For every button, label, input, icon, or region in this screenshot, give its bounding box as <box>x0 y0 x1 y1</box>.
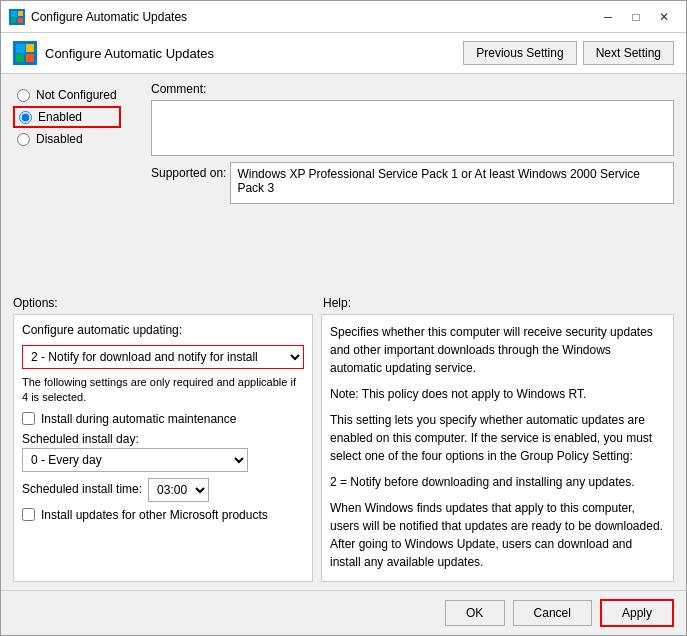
supported-value: Windows XP Professional Service Pack 1 o… <box>237 167 640 195</box>
dialog-icon <box>13 41 37 65</box>
close-button[interactable]: ✕ <box>650 3 678 31</box>
title-bar-controls: ─ □ ✕ <box>594 3 678 31</box>
radio-section: Not Configured Enabled Disabled <box>13 86 121 148</box>
supported-section: Supported on: Windows XP Professional Se… <box>151 162 674 204</box>
comment-textarea[interactable] <box>151 100 674 156</box>
right-panel: Specifies whether this computer will rec… <box>321 314 674 582</box>
note-text: The following settings are only required… <box>22 375 304 406</box>
svg-rect-6 <box>16 54 24 62</box>
minimize-button[interactable]: ─ <box>594 3 622 31</box>
comment-section: Comment: <box>151 82 674 159</box>
help-para-3: This setting lets you specify whether au… <box>330 411 665 465</box>
title-bar: Configure Automatic Updates ─ □ ✕ <box>1 1 686 33</box>
upper-section: Not Configured Enabled Disabled Comment: <box>13 82 674 292</box>
disabled-row: Disabled <box>13 130 121 148</box>
left-panel: Configure automatic updating: 2 - Notify… <box>13 314 313 582</box>
next-setting-button[interactable]: Next Setting <box>583 41 674 65</box>
dialog-header-title: Configure Automatic Updates <box>45 46 455 61</box>
header-buttons: Previous Setting Next Setting <box>463 41 674 65</box>
help-label: Help: <box>323 296 351 310</box>
svg-rect-0 <box>11 11 17 17</box>
ok-button[interactable]: OK <box>445 600 505 626</box>
help-para-4: 2 = Notify before downloading and instal… <box>330 473 665 491</box>
title-bar-text: Configure Automatic Updates <box>31 10 594 24</box>
section-labels: Options: Help: <box>13 296 674 310</box>
scheduled-day-label: Scheduled install day: <box>22 432 304 446</box>
dialog-header: Configure Automatic Updates Previous Set… <box>1 33 686 74</box>
cancel-button[interactable]: Cancel <box>513 600 592 626</box>
svg-rect-5 <box>26 44 34 52</box>
help-para-1: Specifies whether this computer will rec… <box>330 323 665 377</box>
supported-label: Supported on: <box>151 162 226 180</box>
main-window: Configure Automatic Updates ─ □ ✕ Config… <box>0 0 687 636</box>
scheduled-time-label: Scheduled install time: <box>22 482 142 496</box>
configure-dropdown[interactable]: 2 - Notify for download and notify for i… <box>22 345 304 369</box>
apply-button[interactable]: Apply <box>600 599 674 627</box>
configure-label: Configure automatic updating: <box>22 323 304 337</box>
svg-rect-7 <box>26 54 34 62</box>
previous-setting-button[interactable]: Previous Setting <box>463 41 576 65</box>
footer: OK Cancel Apply <box>1 590 686 635</box>
app-icon <box>9 9 25 25</box>
disabled-label[interactable]: Disabled <box>36 132 83 146</box>
help-para-2: Note: This policy does not apply to Wind… <box>330 385 665 403</box>
enabled-radio[interactable] <box>19 111 32 124</box>
scheduled-time-dropdown[interactable]: 03:00 04:00 05:00 <box>148 478 209 502</box>
scheduled-time-section: Scheduled install time: 03:00 04:00 05:0… <box>22 478 304 502</box>
svg-rect-4 <box>16 44 25 53</box>
not-configured-row: Not Configured <box>13 86 121 104</box>
svg-rect-2 <box>11 18 16 23</box>
not-configured-label[interactable]: Not Configured <box>36 88 117 102</box>
options-label: Options: <box>13 296 323 310</box>
enabled-row: Enabled <box>13 106 121 128</box>
help-para-6: 3 = (Default setting) Download the updat… <box>330 579 665 582</box>
svg-rect-3 <box>18 18 23 23</box>
panels: Configure automatic updating: 2 - Notify… <box>13 314 674 582</box>
other-products-row: Install updates for other Microsoft prod… <box>22 508 304 522</box>
enabled-label[interactable]: Enabled <box>38 110 82 124</box>
disabled-radio[interactable] <box>17 133 30 146</box>
not-configured-radio[interactable] <box>17 89 30 102</box>
help-para-5: When Windows finds updates that apply to… <box>330 499 665 571</box>
svg-rect-1 <box>18 11 23 16</box>
install-maintenance-row: Install during automatic maintenance <box>22 412 304 426</box>
maximize-button[interactable]: □ <box>622 3 650 31</box>
install-maintenance-checkbox[interactable] <box>22 412 35 425</box>
other-products-checkbox[interactable] <box>22 508 35 521</box>
other-products-label[interactable]: Install updates for other Microsoft prod… <box>41 508 268 522</box>
scheduled-day-section: Scheduled install day: 0 - Every day 1 -… <box>22 432 304 472</box>
install-maintenance-label[interactable]: Install during automatic maintenance <box>41 412 236 426</box>
content-area: Not Configured Enabled Disabled Comment: <box>1 74 686 590</box>
comment-label: Comment: <box>151 82 674 96</box>
scheduled-day-dropdown[interactable]: 0 - Every day 1 - Sunday 2 - Monday <box>22 448 248 472</box>
